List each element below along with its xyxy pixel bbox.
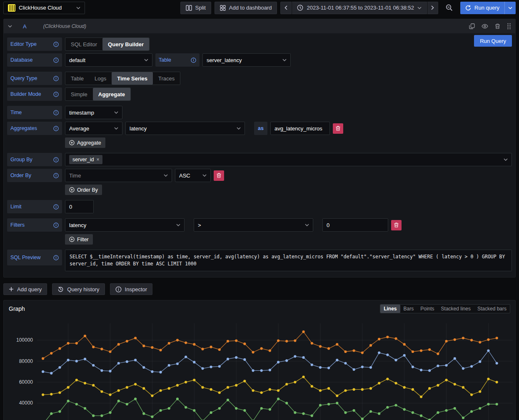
svg-text:100000: 100000 — [16, 337, 33, 343]
query-history-button[interactable]: Query history — [52, 283, 105, 295]
info-icon[interactable] — [191, 58, 196, 63]
trash-icon — [394, 222, 399, 228]
time-shift-forward-button[interactable] — [427, 2, 438, 14]
filter-field-select[interactable]: latency — [65, 218, 185, 232]
order-by-label: Order By — [7, 169, 62, 182]
query-editor-panel: A (ClickHouse Cloud) Run Query Editor Ty… — [3, 19, 516, 278]
zoom-out-button[interactable] — [442, 2, 457, 14]
clickhouse-logo-icon — [8, 4, 15, 12]
split-button[interactable]: Split — [180, 2, 211, 14]
add-query-label: Add query — [17, 286, 42, 292]
add-to-dashboard-button[interactable]: Add to dashboard — [215, 2, 277, 14]
time-range-picker[interactable]: 2023-11-01 06:37:55 to 2023-11-01 06:38:… — [292, 2, 427, 14]
chevron-down-icon — [305, 224, 309, 226]
group-by-multiselect[interactable]: server_id × — [65, 153, 512, 166]
query-ref-id: A — [23, 23, 27, 30]
add-order-by-button[interactable]: Order By — [65, 185, 102, 195]
time-series-chart[interactable]: 2000040000600008000010000006:38:0006:38:… — [4, 314, 515, 420]
apps-icon — [220, 5, 226, 11]
datasource-picker[interactable]: ClickHouse Cloud — [3, 2, 85, 14]
time-column-select[interactable]: timestamp — [65, 106, 122, 119]
info-icon[interactable] — [53, 157, 59, 162]
remove-query-trash-icon[interactable] — [495, 23, 500, 29]
chevron-down-icon — [504, 158, 508, 161]
time-range-text: 2023-11-01 06:37:55 to 2023-11-01 06:38:… — [307, 5, 414, 11]
clock-icon — [297, 5, 303, 11]
run-query-dropdown-button[interactable] — [504, 2, 516, 14]
add-query-button[interactable]: Add query — [3, 283, 47, 295]
trash-icon — [336, 126, 340, 131]
query-history-label: Query history — [67, 286, 99, 292]
chevron-left-icon — [284, 5, 287, 10]
sql-preview-text: SELECT $__timeInterval(timestamp) as tim… — [65, 250, 512, 271]
zoom-out-icon — [446, 4, 453, 11]
explore-footer: Add query Query history Inspector — [0, 281, 519, 295]
query-type-time-series[interactable]: Time Series — [112, 72, 153, 85]
chevron-down-icon — [76, 7, 80, 9]
add-aggregate-button[interactable]: Aggregate — [65, 138, 105, 148]
info-icon[interactable] — [53, 92, 59, 97]
info-icon[interactable] — [53, 126, 59, 131]
plus-circle-icon — [69, 237, 75, 242]
aggregate-column-select[interactable]: latency — [125, 122, 245, 135]
remove-aggregate-button[interactable] — [333, 123, 343, 134]
info-icon[interactable] — [53, 110, 59, 115]
sql-preview-label: SQL Preview — [7, 250, 62, 265]
table-select[interactable]: server_latency — [202, 53, 291, 67]
graph-style-stacked-bars[interactable]: Stacked bars — [474, 305, 510, 313]
as-label: as — [254, 122, 267, 135]
panel-run-query-button[interactable]: Run Query — [474, 35, 512, 47]
editor-type-sql-editor[interactable]: SQL Editor — [65, 38, 102, 50]
query-type-logs[interactable]: Logs — [89, 72, 112, 85]
info-icon[interactable] — [53, 42, 59, 47]
remove-filter-button[interactable] — [391, 220, 402, 230]
drag-handle-icon[interactable] — [507, 23, 511, 30]
database-select[interactable]: default — [65, 53, 152, 67]
graph-style-points[interactable]: Points — [417, 305, 437, 313]
group-by-label: Group By — [7, 153, 62, 166]
remove-tag-icon[interactable]: × — [96, 157, 99, 162]
builder-mode-toggle: Simple Aggregate — [65, 88, 131, 101]
remove-order-by-button[interactable] — [214, 170, 224, 181]
query-type-label: Query Type — [7, 72, 62, 85]
collapse-chevron-icon[interactable] — [8, 25, 12, 28]
info-icon[interactable] — [53, 255, 59, 260]
info-icon[interactable] — [53, 76, 59, 81]
run-query-button[interactable]: Run query — [460, 2, 504, 14]
info-icon[interactable] — [53, 204, 59, 210]
info-icon[interactable] — [53, 222, 59, 228]
explore-toolbar: ClickHouse Cloud Split Add to dashboard — [0, 0, 519, 15]
run-query-label: Run query — [474, 5, 499, 11]
order-by-field-select[interactable]: Time — [65, 169, 172, 182]
add-filter-button[interactable]: Filter — [65, 234, 93, 245]
graph-style-bars[interactable]: Bars — [400, 305, 417, 313]
builder-mode-simple[interactable]: Simple — [65, 88, 93, 100]
builder-mode-aggregate[interactable]: Aggregate — [93, 88, 130, 100]
limit-input[interactable]: 0 — [65, 200, 94, 213]
aggregate-alias-input[interactable]: avg_latency_micros — [270, 122, 330, 135]
hide-query-eye-icon[interactable] — [482, 24, 488, 29]
time-shift-back-button[interactable] — [280, 2, 292, 14]
info-circle-icon — [115, 286, 122, 292]
query-datasource-hint: (ClickHouse Cloud) — [43, 23, 86, 29]
query-row-header[interactable]: A (ClickHouse Cloud) — [4, 19, 515, 33]
run-query-split-button: Run query — [460, 2, 516, 14]
plus-icon — [9, 287, 14, 292]
query-type-table[interactable]: Table — [65, 72, 89, 85]
filter-value-input[interactable]: 0 — [322, 218, 388, 232]
editor-type-query-builder[interactable]: Query Builder — [102, 38, 149, 50]
split-label: Split — [195, 5, 206, 11]
aggregate-function-select[interactable]: Average — [65, 122, 122, 135]
filters-label: Filters — [7, 218, 62, 232]
info-icon[interactable] — [53, 173, 59, 178]
graph-style-lines[interactable]: Lines — [380, 305, 400, 313]
info-icon[interactable] — [53, 58, 59, 63]
filter-operator-select[interactable]: > — [194, 218, 313, 232]
split-icon — [186, 5, 192, 11]
graph-style-stacked-lines[interactable]: Stacked lines — [438, 305, 474, 313]
inspector-button[interactable]: Inspector — [110, 283, 152, 295]
duplicate-query-icon[interactable] — [469, 23, 475, 29]
query-type-traces[interactable]: Traces — [153, 72, 180, 85]
graph-panel-title: Graph — [9, 305, 25, 312]
order-by-direction-select[interactable]: ASC — [175, 169, 211, 182]
